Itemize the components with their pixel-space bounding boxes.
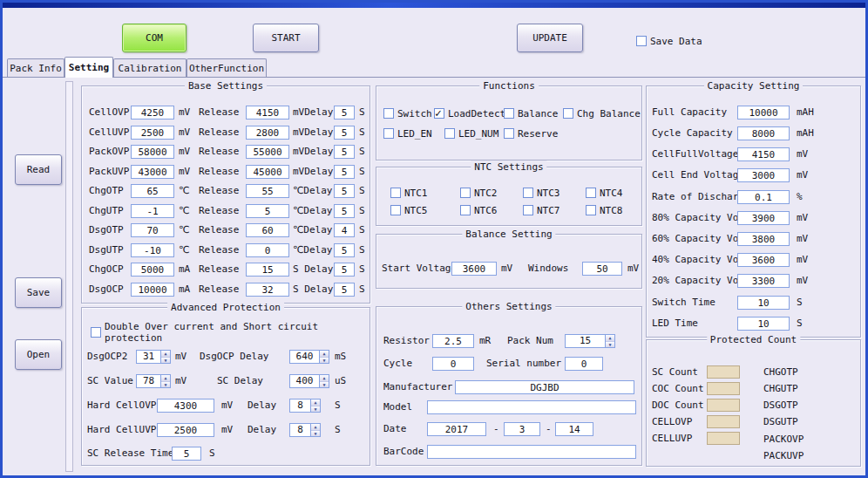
cycle-input[interactable] bbox=[432, 357, 474, 371]
tab-setting[interactable]: Setting bbox=[64, 57, 113, 78]
value-input[interactable] bbox=[131, 184, 174, 198]
value-input[interactable] bbox=[131, 204, 174, 218]
spinner-arrows[interactable]: ▲▼ bbox=[160, 375, 170, 387]
delay-input[interactable] bbox=[334, 243, 355, 257]
value-input[interactable] bbox=[131, 106, 174, 120]
date-year-input[interactable] bbox=[427, 422, 486, 436]
date-day-input[interactable] bbox=[555, 422, 593, 436]
release-input[interactable] bbox=[246, 184, 289, 198]
checkbox-ntc6[interactable]: NTC6 bbox=[460, 203, 498, 217]
windows-input[interactable] bbox=[582, 262, 622, 276]
value-input[interactable] bbox=[131, 165, 174, 179]
delay-input[interactable] bbox=[334, 263, 355, 277]
open-button[interactable]: Open bbox=[15, 339, 62, 370]
serial-input[interactable] bbox=[565, 357, 603, 371]
checkbox-ntc5[interactable]: NTC5 bbox=[390, 203, 428, 217]
release-input[interactable] bbox=[246, 165, 289, 179]
spinner-arrows[interactable]: ▲▼ bbox=[310, 399, 320, 412]
checkbox-ntc3[interactable]: NTC3 bbox=[523, 186, 560, 200]
value-input[interactable] bbox=[131, 283, 174, 297]
tab-pack-info[interactable]: Pack Info bbox=[7, 58, 64, 77]
model-input[interactable] bbox=[427, 400, 636, 414]
start-voltage-input[interactable] bbox=[451, 262, 497, 276]
release-input[interactable] bbox=[246, 106, 289, 120]
value-input[interactable] bbox=[131, 263, 174, 277]
tab-otherfunction[interactable]: OtherFunction bbox=[186, 58, 267, 77]
spinner-arrows[interactable]: ▲▼ bbox=[319, 375, 329, 387]
value-input[interactable] bbox=[131, 145, 174, 159]
sc-delay-spinner[interactable]: 400 ▲▼ bbox=[289, 374, 329, 388]
tab-calibration[interactable]: Calibration bbox=[113, 58, 186, 77]
value-input[interactable] bbox=[737, 147, 790, 161]
delay-input[interactable] bbox=[334, 126, 355, 140]
checkbox-icon bbox=[390, 205, 401, 215]
release-input[interactable] bbox=[246, 126, 289, 140]
hard-cellovp-input[interactable] bbox=[157, 399, 214, 413]
checkbox-balance[interactable]: Balance bbox=[504, 106, 558, 120]
dsgocp2-spinner[interactable]: 31 ▲▼ bbox=[136, 350, 171, 364]
delay-input[interactable] bbox=[334, 283, 355, 297]
save-button[interactable]: Save bbox=[15, 277, 62, 308]
checkbox-ntc4[interactable]: NTC4 bbox=[586, 186, 623, 200]
value-input[interactable] bbox=[131, 243, 174, 257]
value-input[interactable] bbox=[737, 211, 790, 225]
value-input[interactable] bbox=[131, 126, 174, 140]
value-input[interactable] bbox=[737, 190, 790, 204]
release-input[interactable] bbox=[246, 145, 289, 159]
value-input[interactable] bbox=[737, 126, 790, 140]
release-input[interactable] bbox=[246, 283, 289, 297]
delay-input[interactable] bbox=[334, 184, 355, 198]
delay-input[interactable] bbox=[334, 165, 355, 179]
delay-input[interactable] bbox=[334, 223, 355, 237]
manufacturer-input[interactable] bbox=[455, 380, 634, 394]
value-input[interactable] bbox=[737, 168, 790, 182]
update-button[interactable]: UPDATE bbox=[517, 24, 583, 52]
date-month-input[interactable] bbox=[504, 422, 540, 436]
delay-input[interactable] bbox=[334, 106, 355, 120]
double-protection-checkbox[interactable]: Double Over current and Short circuit pr… bbox=[91, 325, 370, 339]
spinner-arrows[interactable]: ▲▼ bbox=[319, 351, 329, 363]
resistor-input[interactable] bbox=[432, 334, 474, 348]
dsgocp-delay-spinner[interactable]: 640 ▲▼ bbox=[289, 350, 329, 364]
checkbox-ntc7[interactable]: NTC7 bbox=[523, 203, 560, 217]
barcode-input[interactable] bbox=[427, 445, 636, 459]
delay-input[interactable] bbox=[334, 145, 355, 159]
checkbox-ntc8[interactable]: NTC8 bbox=[586, 203, 623, 217]
checkbox-switch[interactable]: Switch bbox=[383, 106, 432, 120]
release-input[interactable] bbox=[246, 204, 289, 218]
spinner-arrows[interactable]: ▲▼ bbox=[310, 424, 320, 436]
value-input[interactable] bbox=[737, 317, 790, 331]
release-input[interactable] bbox=[246, 223, 289, 237]
checkbox-loaddetect[interactable]: LoadDetect bbox=[434, 106, 505, 120]
hard-celluvp-delay-spinner[interactable]: 8 ▲▼ bbox=[289, 423, 321, 437]
com-button[interactable]: COM bbox=[122, 24, 186, 52]
value-input[interactable] bbox=[737, 274, 790, 288]
value-input[interactable] bbox=[737, 232, 790, 246]
pack-num-spinner[interactable]: 15 ▲▼ bbox=[565, 334, 615, 348]
value-input[interactable] bbox=[131, 223, 174, 237]
sc-value-spinner[interactable]: 78 ▲▼ bbox=[136, 374, 171, 388]
checkbox-ntc2[interactable]: NTC2 bbox=[460, 186, 498, 200]
delay-label: mVDelay bbox=[293, 165, 333, 179]
checkbox-led-en[interactable]: LED_EN bbox=[383, 126, 432, 140]
start-button[interactable]: START bbox=[253, 24, 319, 52]
release-input[interactable] bbox=[246, 263, 289, 277]
hard-cellovp-delay-spinner[interactable]: 8 ▲▼ bbox=[289, 399, 321, 413]
checkbox-ntc1[interactable]: NTC1 bbox=[390, 186, 428, 200]
release-input[interactable] bbox=[246, 243, 289, 257]
value-input[interactable] bbox=[737, 296, 790, 310]
checkbox-led-num[interactable]: LED_NUM bbox=[444, 126, 498, 140]
value-input[interactable] bbox=[737, 106, 790, 120]
delay-input[interactable] bbox=[334, 204, 355, 218]
value-input[interactable] bbox=[737, 253, 790, 267]
read-button[interactable]: Read bbox=[15, 154, 62, 185]
checkbox-reserve[interactable]: Reserve bbox=[504, 126, 558, 140]
release-label: Release bbox=[199, 223, 239, 237]
spinner-arrows[interactable]: ▲▼ bbox=[605, 335, 614, 347]
save-data-checkbox[interactable]: Save Data bbox=[636, 34, 702, 48]
spinner-arrows[interactable]: ▲▼ bbox=[160, 351, 170, 363]
hard-celluvp-input[interactable] bbox=[157, 423, 214, 437]
checkbox-chg-balance[interactable]: Chg Balance bbox=[563, 106, 641, 120]
vertical-scrollbar[interactable] bbox=[65, 81, 73, 472]
sc-release-time-input[interactable] bbox=[172, 447, 201, 461]
